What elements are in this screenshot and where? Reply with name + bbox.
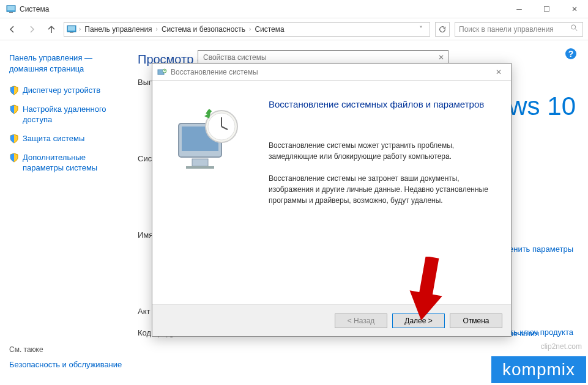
svg-rect-2	[9, 12, 13, 13]
dialog-illustration	[152, 81, 269, 304]
refresh-button[interactable]	[435, 22, 450, 37]
chevron-right-icon: ›	[249, 26, 251, 32]
breadcrumb-item[interactable]: Система	[253, 25, 285, 34]
breadcrumb-item[interactable]: Панель управления	[83, 25, 153, 34]
window-titlebar: Система ─ ☐ ✕	[0, 0, 588, 18]
close-button[interactable]: ✕	[560, 0, 588, 18]
up-button[interactable]	[44, 22, 59, 37]
control-panel-icon	[67, 24, 76, 34]
system-monitor-icon	[6, 4, 16, 14]
navigation-bar: › Панель управления › Система и безопасн…	[0, 18, 588, 40]
sidebar-item-system-protection[interactable]: Защита системы	[9, 134, 122, 144]
svg-point-6	[571, 25, 576, 29]
maximize-button[interactable]: ☐	[533, 0, 560, 18]
dialog-paragraph: Восстановление системы может устранить п…	[269, 140, 493, 162]
back-button: < Назад	[335, 314, 387, 328]
svg-rect-4	[68, 26, 75, 31]
address-bar[interactable]: › Панель управления › Система и безопасн…	[64, 22, 430, 37]
sidebar-item-label: Диспетчер устройств	[23, 86, 100, 96]
system-restore-dialog: Восстановление системы ✕ Восстановление …	[152, 63, 512, 337]
window-title: Система	[20, 5, 505, 13]
chevron-right-icon: ›	[156, 26, 158, 32]
svg-text:?: ?	[568, 49, 574, 59]
svg-marker-21	[408, 257, 444, 323]
close-button[interactable]: ✕	[491, 68, 506, 76]
monitor-clock-restore-icon	[174, 105, 247, 172]
dialog-heading: Восстановление системных файлов и параме…	[269, 99, 493, 109]
sidebar-item-remote-settings[interactable]: Настройка удаленного доступа	[9, 105, 122, 125]
sidebar-item-device-manager[interactable]: Диспетчер устройств	[9, 86, 122, 96]
close-icon[interactable]: ✕	[438, 53, 444, 62]
svg-line-7	[575, 29, 578, 31]
dialog-title: Свойства системы	[198, 51, 448, 64]
address-dropdown-icon[interactable]: ˅	[415, 25, 427, 34]
see-also-heading: См. также	[9, 345, 122, 354]
cancel-button[interactable]: Отмена	[450, 314, 502, 328]
sidebar-item-label: Защита системы	[23, 134, 84, 144]
forward-button[interactable]	[24, 22, 39, 37]
sidebar-item-label: Настройка удаленного доступа	[23, 105, 122, 125]
dialog-title: Восстановление системы	[171, 68, 491, 76]
sidebar-item-advanced-settings[interactable]: Дополнительные параметры системы	[9, 153, 122, 174]
restore-icon	[157, 67, 167, 77]
control-panel-home-link[interactable]: Панель управления — домашняя страница	[9, 53, 122, 75]
help-icon[interactable]: ?	[565, 48, 577, 60]
annotation-arrow-icon	[408, 257, 444, 324]
svg-rect-5	[70, 32, 73, 33]
security-maintenance-link[interactable]: Безопасность и обслуживание	[9, 360, 122, 369]
kompmix-watermark: kompmix	[491, 356, 586, 383]
sidebar: Панель управления — домашняя страница Ди…	[0, 40, 132, 385]
dialog-paragraph: Восстановление системы не затронет ваши …	[269, 173, 493, 206]
search-placeholder: Поиск в панели управления	[459, 25, 570, 34]
search-icon	[570, 24, 579, 34]
svg-rect-15	[186, 166, 214, 169]
search-box[interactable]: Поиск в панели управления	[455, 22, 583, 37]
breadcrumb-item[interactable]: Система и безопасность	[160, 25, 247, 34]
dialog-titlebar: Восстановление системы ✕	[152, 64, 511, 81]
dialog-footer: < Назад Далее > Отмена	[152, 304, 511, 336]
shield-icon	[9, 105, 19, 114]
svg-rect-1	[7, 6, 15, 10]
minimize-button[interactable]: ─	[505, 0, 533, 18]
svg-rect-14	[192, 159, 208, 166]
shield-icon	[9, 134, 19, 144]
shield-icon	[9, 153, 19, 163]
shield-icon	[9, 86, 19, 95]
back-button[interactable]	[5, 22, 20, 37]
sidebar-item-label: Дополнительные параметры системы	[23, 153, 122, 174]
chevron-right-icon: ›	[79, 26, 81, 32]
clip2net-watermark: clip2net.com	[541, 342, 582, 351]
